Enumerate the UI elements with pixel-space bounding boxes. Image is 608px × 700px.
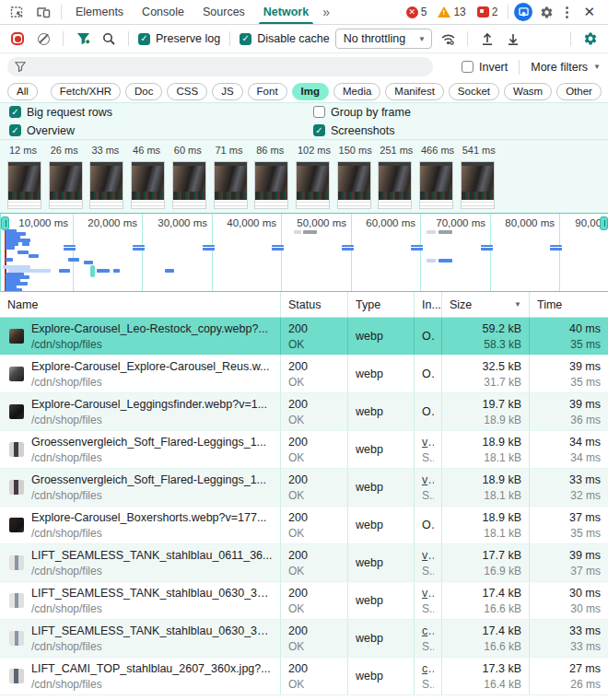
filmstrip-frame[interactable]: 60 ms — [172, 145, 214, 209]
preserve-log-checkbox[interactable]: Preserve log — [138, 32, 220, 45]
request-thumbnail — [9, 518, 24, 532]
issues-badge[interactable]: 2 — [477, 6, 498, 18]
initiator-link[interactable]: vend — [422, 435, 434, 450]
column-header-name[interactable]: Name — [0, 292, 281, 317]
cell-size: 17.4 kB16.6 kB — [442, 582, 530, 619]
table-row[interactable]: LIFT_SEAMLESS_TANK_stahlblau_0630_36.../… — [0, 620, 608, 658]
filmstrip-frame[interactable]: 12 ms — [7, 145, 49, 209]
column-header-size[interactable]: Size▼ — [442, 292, 530, 317]
filter-chip-fetchxhr[interactable]: Fetch/XHR — [51, 83, 121, 100]
more-filters-dropdown[interactable]: More filters ▼ — [531, 61, 601, 74]
cast-device-icon[interactable] — [514, 3, 532, 21]
table-row[interactable]: Groessenvergleich_Soft_Flared-Leggings_1… — [0, 431, 608, 469]
table-row[interactable]: Groessenvergleich_Soft_Flared-Leggings_1… — [0, 469, 608, 507]
overview-right-grip[interactable] — [600, 216, 608, 230]
column-header-status[interactable]: Status — [281, 292, 348, 317]
option-overview[interactable]: Overview — [9, 122, 313, 140]
kebab-menu-icon[interactable] — [560, 5, 574, 20]
filter-icon[interactable] — [73, 29, 93, 49]
network-settings-gear-icon[interactable] — [580, 29, 601, 49]
option-group-by-frame[interactable]: Group by frame — [313, 103, 599, 122]
filter-chip-media[interactable]: Media — [333, 83, 380, 100]
network-overview-timeline[interactable]: 10,000 ms20,000 ms30,000 ms40,000 ms50,0… — [0, 214, 608, 292]
filter-chip-font[interactable]: Font — [248, 83, 287, 100]
tab-network[interactable]: Network — [255, 0, 317, 24]
more-tabs-icon[interactable]: » — [319, 5, 332, 19]
cell-type: webp — [348, 318, 415, 355]
initiator-link[interactable]: vend — [422, 548, 434, 564]
cell-size: 18.9 kB18.1 kB — [442, 507, 530, 543]
console-errors-badge[interactable]: ✕ 5 — [406, 6, 427, 18]
disable-cache-checkbox[interactable]: Disable cache — [240, 32, 330, 45]
request-thumbnail — [9, 367, 24, 381]
filmstrip-frame[interactable]: 251 ms — [378, 145, 419, 209]
request-thumbnail — [9, 329, 24, 344]
filmstrip-frame[interactable]: 71 ms — [214, 145, 255, 209]
resource-size: 58.3 kB — [484, 337, 521, 352]
column-header-type[interactable]: Type — [348, 292, 415, 317]
console-warnings-badge[interactable]: 13 — [438, 6, 465, 18]
filmstrip-frame[interactable]: 33 ms — [89, 145, 131, 209]
filter-chip-socket[interactable]: Socket — [449, 83, 499, 100]
inspect-element-icon[interactable] — [6, 2, 29, 22]
initiator-link[interactable]: cont — [422, 624, 434, 639]
status-code: 200 — [288, 624, 340, 639]
table-row[interactable]: Explore-Carousel_Leggingsfinder.webp?v=1… — [0, 393, 608, 431]
table-row[interactable]: LIFT_CAMI_TOP_stahlblau_2607_360x.jpg?..… — [0, 658, 608, 695]
frame-hero-image — [50, 166, 82, 192]
import-har-icon[interactable] — [477, 29, 497, 49]
table-row[interactable]: Explore-Carousel_Boxershorts.webp?v=177.… — [0, 507, 608, 544]
cell-type: webp — [348, 507, 415, 543]
filter-chip-manifest[interactable]: Manifest — [385, 83, 443, 100]
overview-selection-grip[interactable] — [90, 265, 95, 277]
overview-tick-label: 30,000 ms — [143, 217, 207, 228]
filter-chip-img[interactable]: Img — [292, 83, 329, 100]
clear-network-log-icon[interactable] — [33, 29, 53, 49]
filmstrip-frame[interactable]: 86 ms — [254, 145, 296, 209]
filmstrip-frame[interactable]: 102 ms — [296, 145, 337, 209]
option-big-request-rows[interactable]: Big request rows — [9, 103, 313, 122]
settings-gear-icon[interactable] — [534, 2, 558, 22]
frame-hero-image — [255, 166, 287, 192]
filmstrip-frame[interactable]: 150 ms — [337, 145, 379, 209]
column-header-in[interactable]: In... — [415, 292, 442, 317]
initiator-link[interactable]: cont — [422, 661, 434, 677]
filmstrip-frame[interactable]: 46 ms — [131, 145, 172, 209]
filmstrip-frame[interactable]: 26 ms — [49, 145, 90, 209]
option-screenshots[interactable]: Screenshots — [313, 122, 599, 140]
filter-chip-other[interactable]: Other — [556, 83, 602, 100]
tab-sources[interactable]: Sources — [194, 0, 253, 24]
filter-chip-all[interactable]: All — [7, 83, 38, 100]
filter-chip-css[interactable]: CSS — [167, 83, 207, 100]
tab-elements[interactable]: Elements — [67, 0, 132, 24]
table-row[interactable]: LIFT_SEAMLESS_TANK_stahlblau_0611_36.../… — [0, 544, 608, 582]
sort-descending-icon: ▼ — [514, 300, 521, 309]
overview-tick-label: 50,000 ms — [282, 217, 346, 228]
initiator-link[interactable]: vend — [422, 472, 434, 488]
initiator-link[interactable]: vend — [422, 586, 434, 601]
request-path: /cdn/shop/files — [31, 450, 273, 465]
network-conditions-icon[interactable] — [438, 29, 458, 49]
table-row[interactable]: Explore-Carousel_Explore-Carousel_Reus.w… — [0, 356, 608, 393]
table-row[interactable]: LIFT_SEAMLESS_TANK_stahlblau_0630_36.../… — [0, 582, 608, 620]
filter-input[interactable] — [7, 57, 433, 76]
search-icon[interactable] — [99, 29, 119, 49]
table-row[interactable]: Explore-Carousel_Leo-Restock_copy.webp?.… — [0, 318, 608, 356]
filter-chip-js[interactable]: JS — [212, 83, 242, 100]
filmstrip-frame[interactable]: 541 ms — [461, 145, 502, 209]
filter-chip-wasm[interactable]: Wasm — [504, 83, 552, 100]
column-header-time[interactable]: Time — [530, 292, 608, 317]
export-har-icon[interactable] — [503, 29, 523, 49]
throttling-select[interactable]: No throttling ▼ — [335, 29, 432, 49]
tab-console[interactable]: Console — [134, 0, 193, 24]
invert-checkbox[interactable]: Invert — [462, 61, 508, 74]
record-network-log-icon[interactable] — [7, 29, 28, 49]
frame-hero-image — [462, 166, 494, 192]
frame-timestamp: 71 ms — [214, 145, 255, 158]
filter-chip-doc[interactable]: Doc — [125, 83, 162, 100]
overview-left-grip[interactable] — [1, 216, 9, 230]
overview-request-bar — [97, 269, 110, 273]
close-devtools-icon[interactable]: ✕ — [576, 4, 602, 20]
device-toolbar-icon[interactable] — [31, 2, 55, 22]
filmstrip-frame[interactable]: 466 ms — [419, 145, 461, 209]
